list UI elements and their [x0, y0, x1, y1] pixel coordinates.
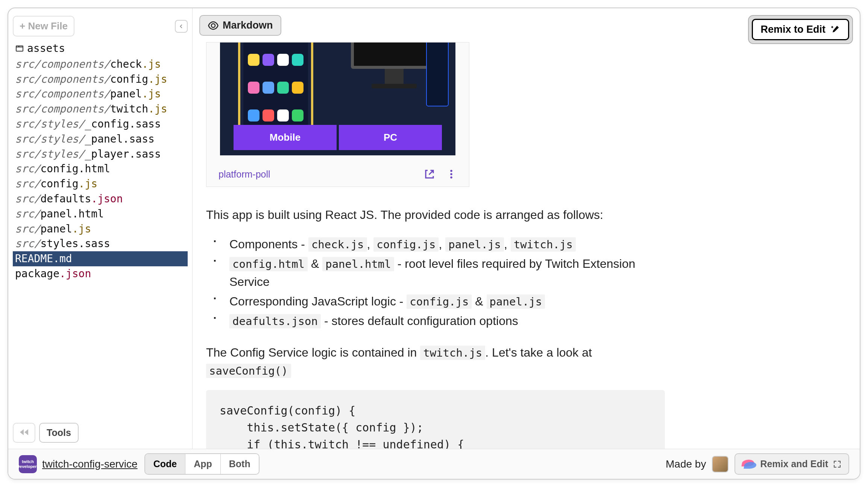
- eye-icon: [208, 20, 219, 31]
- poll-pc-button: PC: [339, 125, 442, 150]
- document-content: Mobile PC platform-poll This a: [206, 42, 665, 449]
- remix-wrap: Remix to Edit: [748, 15, 853, 44]
- poll-mobile-button: Mobile: [234, 125, 337, 150]
- tools-button[interactable]: Tools: [39, 423, 79, 443]
- markdown-label: Markdown: [223, 20, 273, 31]
- app-preview-image: Mobile PC platform-poll: [206, 42, 469, 187]
- file-row[interactable]: src/components/check.js: [13, 57, 188, 72]
- file-row[interactable]: src/styles.sass: [13, 236, 188, 251]
- svg-point-1: [211, 24, 215, 27]
- file-row[interactable]: src/components/panel.js: [13, 87, 188, 102]
- remix-label: Remix to Edit: [760, 24, 826, 35]
- glitch-icon: [742, 459, 756, 469]
- file-row[interactable]: src/components/twitch.js: [13, 102, 188, 117]
- file-row[interactable]: README.md: [13, 251, 188, 266]
- main-area: + New File assetssrc/components/check.js…: [8, 8, 860, 449]
- bullet-list: Components - check.js, config.js, panel.…: [206, 234, 665, 331]
- sidebar: + New File assetssrc/components/check.js…: [8, 8, 193, 449]
- svg-point-3: [450, 173, 452, 175]
- project-name-link[interactable]: twitch-config-service: [42, 458, 138, 470]
- pc-tower-illustration: [426, 42, 449, 106]
- file-row[interactable]: src/config.html: [13, 161, 188, 176]
- list-item: Corresponding JavaScript logic - config.…: [229, 292, 665, 311]
- svg-point-4: [450, 176, 452, 179]
- file-row[interactable]: src/styles/_config.sass: [13, 117, 188, 132]
- footer-left: twitchDevelopers twitch-config-service C…: [19, 453, 259, 475]
- file-row[interactable]: src/config.js: [13, 176, 188, 191]
- content-area: Markdown Remix to Edit: [193, 8, 860, 449]
- more-vertical-icon: [446, 169, 457, 180]
- twitch-logo-icon: twitchDevelopers: [19, 455, 37, 473]
- file-row[interactable]: src/components/config.js: [13, 72, 188, 87]
- new-file-button[interactable]: + New File: [13, 16, 74, 36]
- list-item: Components - check.js, config.js, panel.…: [229, 234, 665, 254]
- config-paragraph: The Config Service logic is contained in…: [206, 343, 665, 380]
- app-frame: + New File assetssrc/components/check.js…: [8, 8, 860, 480]
- document-scroll[interactable]: Mobile PC platform-poll This a: [206, 42, 846, 449]
- preview-footer-label: platform-poll: [219, 169, 270, 180]
- svg-point-2: [450, 170, 452, 172]
- collapse-sidebar-button[interactable]: [175, 20, 188, 33]
- remix-footer-label: Remix and Edit: [760, 459, 828, 469]
- markdown-toggle-button[interactable]: Markdown: [199, 15, 281, 36]
- remix-to-edit-button[interactable]: Remix to Edit: [752, 19, 849, 40]
- file-row[interactable]: src/panel.js: [13, 222, 188, 237]
- file-row[interactable]: src/styles/_player.sass: [13, 147, 188, 162]
- chevron-left-icon: [179, 24, 184, 29]
- tab-code[interactable]: Code: [145, 454, 186, 474]
- view-toggle-group: Code App Both: [144, 453, 259, 475]
- expand-icon: [833, 460, 842, 469]
- popout-icon: [424, 169, 435, 180]
- file-row[interactable]: src/defaults.json: [13, 191, 188, 207]
- tab-app[interactable]: App: [185, 454, 221, 474]
- code-block: saveConfig(config) { this.setState({ con…: [206, 390, 665, 449]
- monitor-illustration: [351, 42, 437, 91]
- list-item: config.html & panel.html - root level fi…: [229, 254, 665, 292]
- user-avatar[interactable]: [712, 456, 728, 472]
- sidebar-bottom: Tools: [13, 418, 188, 443]
- file-row[interactable]: src/styles/_panel.sass: [13, 132, 188, 147]
- remix-and-edit-button[interactable]: Remix and Edit: [734, 453, 849, 475]
- sidebar-top: + New File: [13, 16, 188, 36]
- made-by-label: Made by: [666, 458, 706, 470]
- folder-icon: [15, 43, 24, 55]
- file-list[interactable]: assetssrc/components/check.jssrc/compone…: [13, 41, 188, 418]
- file-row[interactable]: package.json: [13, 266, 188, 281]
- rewind-icon: [19, 428, 29, 436]
- footer-right: Made by Remix and Edit: [666, 453, 849, 475]
- rewind-button[interactable]: [13, 423, 35, 443]
- tab-both[interactable]: Both: [221, 454, 259, 474]
- microphone-icon: [830, 24, 841, 35]
- list-item: deafults.json - stores default configura…: [229, 311, 665, 331]
- file-row[interactable]: assets: [13, 41, 188, 57]
- intro-paragraph: This app is built using React JS. The pr…: [206, 206, 665, 224]
- file-row[interactable]: src/panel.html: [13, 207, 188, 222]
- footer-bar: twitchDevelopers twitch-config-service C…: [8, 449, 860, 479]
